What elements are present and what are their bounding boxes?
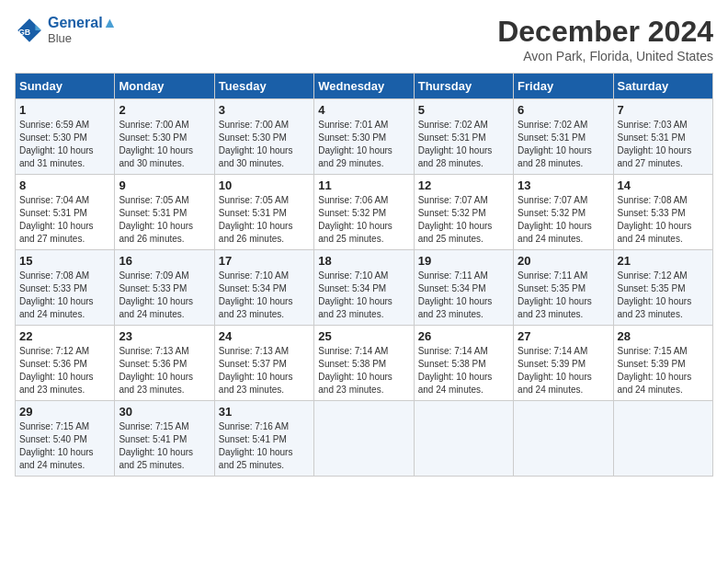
calendar-cell: 7Sunrise: 7:03 AMSunset: 5:31 PMDaylight…	[613, 99, 712, 175]
calendar-cell: 31Sunrise: 7:16 AMSunset: 5:41 PMDayligh…	[214, 401, 313, 477]
day-info: Sunrise: 7:14 AMSunset: 5:38 PMDaylight:…	[418, 345, 509, 396]
day-info: Sunrise: 7:10 AMSunset: 5:34 PMDaylight:…	[219, 270, 310, 321]
calendar-cell: 24Sunrise: 7:13 AMSunset: 5:37 PMDayligh…	[214, 326, 313, 401]
day-number: 2	[119, 103, 210, 117]
day-number: 14	[618, 178, 709, 192]
day-number: 4	[318, 103, 409, 117]
day-number: 7	[618, 103, 709, 117]
day-info: Sunrise: 7:13 AMSunset: 5:37 PMDaylight:…	[219, 345, 310, 396]
day-number: 28	[618, 329, 709, 343]
page-header: GB General▲ Blue December 2024 Avon Park…	[15, 15, 713, 63]
calendar-week-row: 1Sunrise: 6:59 AMSunset: 5:30 PMDaylight…	[16, 99, 713, 175]
day-number: 8	[19, 178, 110, 192]
calendar-cell: 1Sunrise: 6:59 AMSunset: 5:30 PMDaylight…	[16, 99, 115, 175]
day-number: 24	[219, 329, 310, 343]
day-info: Sunrise: 7:15 AMSunset: 5:39 PMDaylight:…	[618, 345, 709, 396]
title-block: December 2024 Avon Park, Florida, United…	[497, 15, 713, 63]
day-info: Sunrise: 7:11 AMSunset: 5:34 PMDaylight:…	[418, 270, 509, 321]
calendar-header-row: SundayMondayTuesdayWednesdayThursdayFrid…	[16, 74, 713, 99]
calendar-cell	[514, 401, 613, 477]
calendar-cell: 10Sunrise: 7:05 AMSunset: 5:31 PMDayligh…	[214, 175, 313, 250]
col-header-tuesday: Tuesday	[214, 74, 313, 99]
day-number: 1	[19, 103, 110, 117]
day-number: 16	[119, 254, 210, 268]
day-info: Sunrise: 7:02 AMSunset: 5:31 PMDaylight:…	[418, 119, 509, 170]
calendar-cell: 15Sunrise: 7:08 AMSunset: 5:33 PMDayligh…	[16, 250, 115, 326]
col-header-sunday: Sunday	[16, 74, 115, 99]
day-info: Sunrise: 7:07 AMSunset: 5:32 PMDaylight:…	[418, 194, 509, 246]
calendar-cell: 16Sunrise: 7:09 AMSunset: 5:33 PMDayligh…	[115, 250, 214, 326]
calendar-cell: 18Sunrise: 7:10 AMSunset: 5:34 PMDayligh…	[314, 250, 414, 326]
col-header-friday: Friday	[514, 74, 613, 99]
calendar-cell: 29Sunrise: 7:15 AMSunset: 5:40 PMDayligh…	[16, 401, 115, 477]
calendar-cell: 8Sunrise: 7:04 AMSunset: 5:31 PMDaylight…	[16, 175, 115, 250]
calendar-cell: 14Sunrise: 7:08 AMSunset: 5:33 PMDayligh…	[613, 175, 712, 250]
day-info: Sunrise: 7:03 AMSunset: 5:31 PMDaylight:…	[618, 119, 709, 170]
day-number: 11	[318, 178, 409, 192]
calendar-cell: 23Sunrise: 7:13 AMSunset: 5:36 PMDayligh…	[115, 326, 214, 401]
calendar-table: SundayMondayTuesdayWednesdayThursdayFrid…	[15, 73, 713, 477]
day-info: Sunrise: 7:12 AMSunset: 5:35 PMDaylight:…	[618, 270, 709, 321]
day-number: 22	[19, 329, 110, 343]
calendar-cell: 30Sunrise: 7:15 AMSunset: 5:41 PMDayligh…	[115, 401, 214, 477]
day-info: Sunrise: 7:02 AMSunset: 5:31 PMDaylight:…	[518, 119, 609, 170]
day-info: Sunrise: 7:01 AMSunset: 5:30 PMDaylight:…	[318, 119, 409, 170]
calendar-cell: 9Sunrise: 7:05 AMSunset: 5:31 PMDaylight…	[115, 175, 214, 250]
calendar-cell: 4Sunrise: 7:01 AMSunset: 5:30 PMDaylight…	[314, 99, 414, 175]
calendar-cell	[314, 401, 414, 477]
day-info: Sunrise: 7:15 AMSunset: 5:40 PMDaylight:…	[19, 420, 110, 472]
day-number: 25	[318, 329, 409, 343]
day-number: 17	[219, 254, 310, 268]
day-info: Sunrise: 7:00 AMSunset: 5:30 PMDaylight:…	[219, 119, 310, 170]
day-number: 12	[418, 178, 509, 192]
calendar-week-row: 22Sunrise: 7:12 AMSunset: 5:36 PMDayligh…	[16, 326, 713, 401]
calendar-cell: 5Sunrise: 7:02 AMSunset: 5:31 PMDaylight…	[414, 99, 513, 175]
day-info: Sunrise: 7:09 AMSunset: 5:33 PMDaylight:…	[119, 270, 210, 321]
logo-line2: Blue	[48, 31, 117, 45]
calendar-week-row: 29Sunrise: 7:15 AMSunset: 5:40 PMDayligh…	[16, 401, 713, 477]
day-info: Sunrise: 7:14 AMSunset: 5:39 PMDaylight:…	[518, 345, 609, 396]
day-number: 27	[518, 329, 609, 343]
day-number: 13	[518, 178, 609, 192]
day-number: 29	[19, 405, 110, 419]
day-number: 30	[119, 405, 210, 419]
day-number: 21	[618, 254, 709, 268]
day-number: 20	[518, 254, 609, 268]
logo: GB General▲ Blue	[15, 15, 117, 45]
col-header-saturday: Saturday	[613, 74, 712, 99]
day-info: Sunrise: 7:08 AMSunset: 5:33 PMDaylight:…	[618, 194, 709, 246]
day-number: 26	[418, 329, 509, 343]
day-number: 5	[418, 103, 509, 117]
day-info: Sunrise: 7:07 AMSunset: 5:32 PMDaylight:…	[518, 194, 609, 246]
logo-text: General▲ Blue	[48, 15, 117, 45]
calendar-cell: 11Sunrise: 7:06 AMSunset: 5:32 PMDayligh…	[314, 175, 414, 250]
day-info: Sunrise: 7:04 AMSunset: 5:31 PMDaylight:…	[19, 194, 110, 246]
calendar-cell: 17Sunrise: 7:10 AMSunset: 5:34 PMDayligh…	[214, 250, 313, 326]
col-header-monday: Monday	[115, 74, 214, 99]
day-info: Sunrise: 7:16 AMSunset: 5:41 PMDaylight:…	[219, 420, 310, 472]
day-info: Sunrise: 7:08 AMSunset: 5:33 PMDaylight:…	[19, 270, 110, 321]
day-info: Sunrise: 7:00 AMSunset: 5:30 PMDaylight:…	[119, 119, 210, 170]
calendar-cell: 22Sunrise: 7:12 AMSunset: 5:36 PMDayligh…	[16, 326, 115, 401]
calendar-cell: 12Sunrise: 7:07 AMSunset: 5:32 PMDayligh…	[414, 175, 513, 250]
calendar-cell: 27Sunrise: 7:14 AMSunset: 5:39 PMDayligh…	[514, 326, 613, 401]
day-info: Sunrise: 7:12 AMSunset: 5:36 PMDaylight:…	[19, 345, 110, 396]
day-info: Sunrise: 6:59 AMSunset: 5:30 PMDaylight:…	[19, 119, 110, 170]
month-title: December 2024	[497, 15, 713, 49]
calendar-cell: 6Sunrise: 7:02 AMSunset: 5:31 PMDaylight…	[514, 99, 613, 175]
calendar-week-row: 8Sunrise: 7:04 AMSunset: 5:31 PMDaylight…	[16, 175, 713, 250]
calendar-cell: 20Sunrise: 7:11 AMSunset: 5:35 PMDayligh…	[514, 250, 613, 326]
col-header-wednesday: Wednesday	[314, 74, 414, 99]
calendar-cell: 26Sunrise: 7:14 AMSunset: 5:38 PMDayligh…	[414, 326, 513, 401]
calendar-cell: 3Sunrise: 7:00 AMSunset: 5:30 PMDaylight…	[214, 99, 313, 175]
calendar-cell: 19Sunrise: 7:11 AMSunset: 5:34 PMDayligh…	[414, 250, 513, 326]
col-header-thursday: Thursday	[414, 74, 513, 99]
logo-icon: GB	[15, 16, 44, 45]
calendar-cell: 25Sunrise: 7:14 AMSunset: 5:38 PMDayligh…	[314, 326, 414, 401]
logo-line1: General	[48, 15, 103, 30]
calendar-cell	[414, 401, 513, 477]
calendar-cell: 28Sunrise: 7:15 AMSunset: 5:39 PMDayligh…	[613, 326, 712, 401]
day-info: Sunrise: 7:14 AMSunset: 5:38 PMDaylight:…	[318, 345, 409, 396]
day-number: 19	[418, 254, 509, 268]
calendar-week-row: 15Sunrise: 7:08 AMSunset: 5:33 PMDayligh…	[16, 250, 713, 326]
